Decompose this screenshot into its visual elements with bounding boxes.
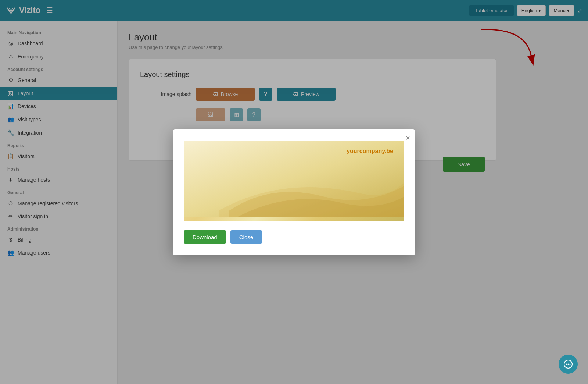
modal-close-button[interactable]: × (406, 134, 410, 142)
modal-actions: Download Close (184, 230, 404, 244)
close-modal-button[interactable]: Close (230, 230, 262, 244)
svg-point-5 (570, 364, 571, 365)
chat-bubble[interactable] (559, 355, 578, 374)
modal-preview-area: Your company yourcompany.be (184, 141, 404, 221)
svg-point-4 (568, 364, 569, 365)
svg-point-3 (566, 364, 567, 365)
modal-overlay: × Your company (0, 0, 588, 384)
preview-modal: × Your company (173, 129, 415, 255)
download-button[interactable]: Download (184, 230, 226, 244)
modal-company-url: yourcompany.be (347, 148, 393, 154)
